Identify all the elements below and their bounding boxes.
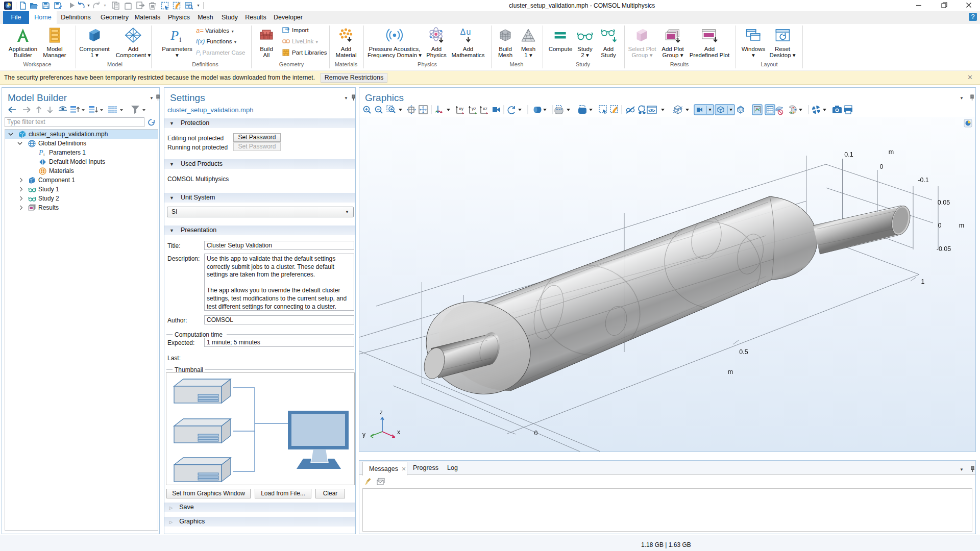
svg-text:0: 0 — [938, 222, 942, 229]
svg-text:y: y — [362, 431, 365, 438]
svg-text:-0.1: -0.1 — [918, 177, 929, 184]
svg-text:m: m — [889, 148, 894, 156]
svg-text:xz: xz — [483, 106, 488, 111]
svg-text:m: m — [728, 368, 733, 375]
svg-text:0.05: 0.05 — [938, 199, 950, 206]
svg-text:yz: yz — [472, 106, 477, 111]
svg-text:i: i — [43, 152, 45, 157]
svg-text:u: u — [466, 28, 471, 36]
svg-text:P: P — [170, 28, 179, 43]
svg-text:1: 1 — [921, 278, 925, 285]
svg-text:xy: xy — [459, 106, 464, 111]
svg-text:z: z — [380, 409, 383, 416]
svg-text:-0.05: -0.05 — [937, 245, 951, 253]
svg-text:m: m — [959, 222, 964, 229]
svg-text:0.5: 0.5 — [739, 348, 748, 356]
svg-text:0.1: 0.1 — [844, 151, 853, 158]
svg-text:x: x — [397, 429, 400, 436]
svg-text:0: 0 — [534, 430, 538, 437]
svg-text:Δ: Δ — [460, 28, 465, 36]
svg-text:0: 0 — [880, 163, 884, 170]
svg-text:P: P — [39, 149, 43, 157]
svg-text:i: i — [179, 35, 181, 43]
